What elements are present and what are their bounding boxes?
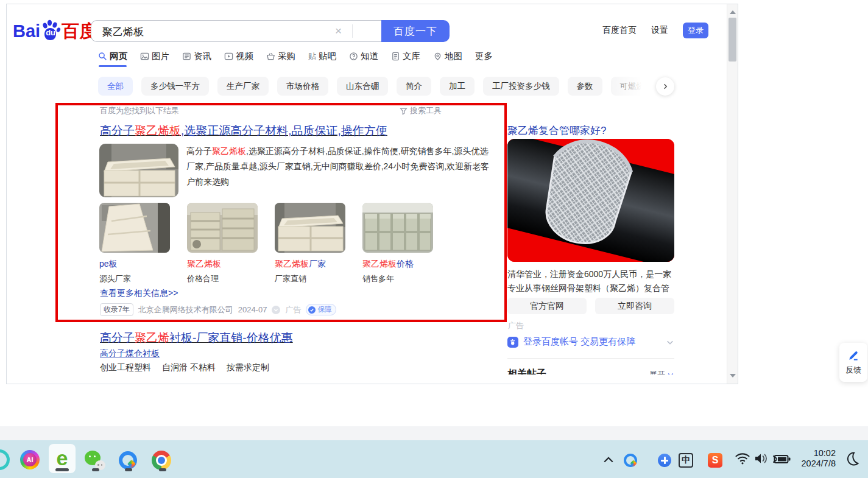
subitem-1-caption: 源头厂家 <box>99 273 170 284</box>
chip-fade-overlay <box>607 77 656 97</box>
chip-manufacturer[interactable]: 生产厂家 <box>217 77 269 96</box>
tray-time: 10:02 <box>789 448 836 459</box>
subitem-4-label[interactable]: 聚乙烯板价格 <box>362 259 433 269</box>
tray-sync-icon[interactable] <box>658 454 671 467</box>
chevron-down-icon <box>666 338 674 346</box>
consult-now-button[interactable]: 立即咨询 <box>595 298 674 314</box>
running-indicator <box>159 468 166 471</box>
scrollbar[interactable] <box>727 4 738 384</box>
tray-wecom-icon[interactable] <box>624 454 637 467</box>
official-site-button[interactable]: 官方官网 <box>507 298 587 314</box>
search-input[interactable] <box>101 23 323 41</box>
chips-next-button[interactable] <box>656 77 674 96</box>
chip-price-per-sqm[interactable]: 多少钱一平方 <box>141 77 209 96</box>
tray-expand-icon[interactable] <box>603 455 614 463</box>
search-icon <box>98 52 107 61</box>
result-2-title[interactable]: 高分子聚乙烯衬板-厂家直销-价格优惠 <box>100 331 293 345</box>
running-indicator <box>125 468 132 471</box>
subitem-2-image[interactable] <box>187 203 258 253</box>
scroll-up-arrow[interactable] <box>730 10 736 14</box>
subitem-4-image[interactable] <box>362 203 433 253</box>
document-icon <box>391 52 400 61</box>
subitem-1-image[interactable] <box>99 203 170 253</box>
chip-all[interactable]: 全部 <box>98 77 133 96</box>
baidu-paw-small-icon <box>507 337 518 348</box>
subitem-2-label[interactable]: 聚乙烯板 <box>187 259 258 269</box>
search-button[interactable]: 百度一下 <box>381 20 450 42</box>
taskbar-wecom-icon[interactable] <box>119 451 137 469</box>
sidebar-ad-description: 清华管业，注册资金6000万人民币，是一家专业从事钢丝网骨架塑料（聚乙烯）复合管… <box>507 267 674 296</box>
tab-procurement[interactable]: 采购 <box>266 51 295 67</box>
ad-hero-image[interactable] <box>99 144 178 197</box>
baidu-home-link[interactable]: 百度首页 <box>602 25 637 36</box>
pe-panel-photo <box>99 203 170 253</box>
tab-web[interactable]: 网页 <box>98 51 127 67</box>
chip-parameters[interactable]: 参数 <box>568 77 602 96</box>
baidu-paw-icon: du <box>41 18 61 43</box>
tab-tieba[interactable]: 贴 贴吧 <box>308 51 336 67</box>
white-box-photo-2 <box>275 203 345 253</box>
result-options-icon[interactable] <box>272 306 280 314</box>
feedback-button[interactable]: 反馈 <box>839 343 867 382</box>
news-icon <box>182 52 191 61</box>
guarantee-badge[interactable]: 保障 <box>306 304 336 315</box>
subitem-3-label[interactable]: 聚乙烯板厂家 <box>275 259 345 269</box>
subitem-3-image[interactable] <box>275 203 345 253</box>
input-method-indicator[interactable]: 中 <box>679 453 693 468</box>
night-mode-icon[interactable] <box>844 451 860 466</box>
scrollbar-thumb[interactable] <box>729 18 736 62</box>
ad-date: 2024-07 <box>238 305 267 314</box>
clear-icon[interactable]: × <box>335 24 342 38</box>
chevron-down-icon <box>667 371 674 375</box>
tray-sogou-icon[interactable]: S <box>708 453 722 468</box>
volume-icon[interactable] <box>754 452 769 465</box>
settings-link[interactable]: 设置 <box>651 25 668 36</box>
tab-images[interactable]: 图片 <box>140 51 169 67</box>
tab-video[interactable]: 视频 <box>224 51 253 67</box>
tab-news[interactable]: 资讯 <box>182 51 211 67</box>
tab-wenku[interactable]: 文库 <box>391 51 420 67</box>
subitem-4-caption: 销售多年 <box>362 273 433 284</box>
running-indicator <box>55 468 69 471</box>
wifi-icon[interactable] <box>735 452 750 465</box>
sidebar-divider <box>507 358 674 359</box>
ad-meta-row: 收录7年 北京企腾网络技术有限公司 2024-07 广告 保障 <box>100 303 336 316</box>
tray-date: 2024/7/8 <box>789 459 836 469</box>
ad-result-title[interactable]: 高分子聚乙烯板,选聚正源高分子材料,品质保证,操作方便 <box>100 124 387 138</box>
taskbar-chrome-icon[interactable] <box>152 451 171 470</box>
subitem-1-label[interactable]: pe板 <box>99 259 170 269</box>
chip-shandong[interactable]: 山东合硼 <box>337 77 388 96</box>
chip-processing[interactable]: 加工 <box>440 77 475 96</box>
login-tip-row[interactable]: 登录百度帐号 交易更有保障 <box>507 336 674 348</box>
results-found-text: 百度为您找到以下结果 <box>100 105 179 116</box>
image-icon <box>140 52 149 61</box>
check-icon <box>308 306 316 314</box>
taskbar-browser-icon[interactable]: e <box>52 445 72 471</box>
funnel-icon <box>400 107 408 115</box>
chip-factory-investment[interactable]: 工厂投资多少钱 <box>483 77 559 96</box>
ad-subitem-3: 聚乙烯板厂家 厂家直销 <box>275 203 345 284</box>
battery-icon[interactable] <box>772 454 791 465</box>
search-box: × <box>91 20 381 42</box>
expand-button[interactable]: 展开 <box>649 369 674 375</box>
tab-maps[interactable]: 地图 <box>433 51 462 67</box>
search-tools-button[interactable]: 搜索工具 <box>400 105 442 116</box>
tab-more[interactable]: 更多 <box>475 51 493 67</box>
result-2-sublink[interactable]: 高分子煤仓衬板 <box>100 348 160 359</box>
sidebar-ad-image[interactable] <box>507 139 674 262</box>
scroll-down-arrow[interactable] <box>730 374 736 378</box>
taskbar-wechat-icon[interactable] <box>85 451 105 470</box>
baidu-logo[interactable]: Bai du 百度 <box>13 18 97 43</box>
chip-market-price[interactable]: 市场价格 <box>277 77 328 96</box>
taskbar-ai-app-icon[interactable]: AI <box>20 450 40 469</box>
sidebar-ad-title[interactable]: 聚乙烯复合管哪家好? <box>507 124 606 138</box>
more-info-link[interactable]: 查看更多相关信息>> <box>100 288 178 299</box>
ad-subitem-1: pe板 源头厂家 <box>99 203 170 284</box>
baidu-logo-du: du <box>46 28 55 37</box>
login-button[interactable]: 登录 <box>683 23 708 38</box>
taskbar-clock[interactable]: 10:02 2024/7/8 <box>789 448 836 469</box>
related-posts-title: 相关帖子 <box>507 368 546 374</box>
running-indicator <box>92 468 99 471</box>
chip-intro[interactable]: 简介 <box>397 77 431 96</box>
tab-zhidao[interactable]: 知道 <box>349 51 378 67</box>
